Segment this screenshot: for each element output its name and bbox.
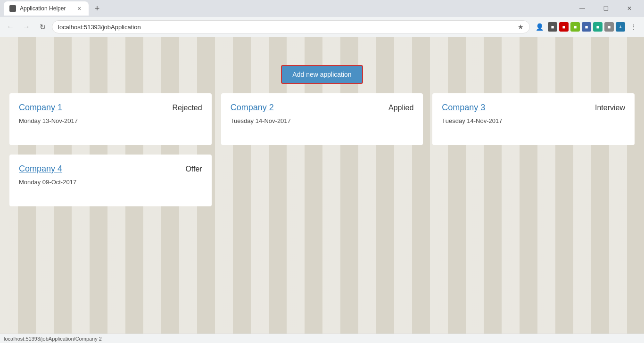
reload-button[interactable]: ↻ <box>36 20 49 33</box>
add-new-application-button[interactable]: Add new application <box>281 65 363 84</box>
extension-5-icon[interactable]: ■ <box>593 22 603 32</box>
company-name-1[interactable]: Company 1 <box>19 103 62 113</box>
company-status-4: Offer <box>185 165 202 173</box>
company-date-4: Monday 09-Oct-2017 <box>19 179 202 186</box>
back-button[interactable]: ← <box>4 20 17 33</box>
url-bar[interactable]: localhost:51393/jobApplication ★ <box>52 20 530 33</box>
title-bar: Application Helper × + — ❑ ✕ <box>0 0 644 17</box>
extension-2-icon[interactable]: ■ <box>559 22 569 32</box>
company-status-1: Rejected <box>173 104 202 112</box>
close-button[interactable]: ✕ <box>619 2 640 15</box>
card-top-3: Company 3 Interview <box>442 103 625 113</box>
add-button-row: Add new application <box>9 46 635 84</box>
card-top-1: Company 1 Rejected <box>19 103 202 113</box>
forward-button[interactable]: → <box>20 20 33 33</box>
extension-1-icon[interactable]: ■ <box>548 22 557 32</box>
company-date-2: Tuesday 14-Nov-2017 <box>231 117 414 124</box>
company-date-3: Tuesday 14-Nov-2017 <box>442 117 625 124</box>
application-card-3[interactable]: Company 3 Interview Tuesday 14-Nov-2017 <box>432 93 635 145</box>
extension-4-icon[interactable]: ■ <box>582 22 591 32</box>
status-bar: localhost:51393/jobApplication/Company 2 <box>0 334 644 343</box>
minimize-button[interactable]: — <box>571 2 593 15</box>
account-icon[interactable]: 👤 <box>533 20 546 33</box>
menu-icon[interactable]: ⋮ <box>627 20 640 33</box>
company-name-2[interactable]: Company 2 <box>231 103 274 113</box>
browser-tab[interactable]: Application Helper × <box>4 1 89 16</box>
bookmark-icon[interactable]: ★ <box>518 23 524 31</box>
company-status-2: Applied <box>388 104 413 112</box>
page-background: Add new application Company 1 Rejected M… <box>0 37 644 334</box>
application-card-2[interactable]: Company 2 Applied Tuesday 14-Nov-2017 <box>221 93 423 145</box>
cards-grid: Company 1 Rejected Monday 13-Nov-2017 Co… <box>9 93 635 206</box>
extension-6-icon[interactable]: ■ <box>604 22 614 32</box>
page-content: Add new application Company 1 Rejected M… <box>0 37 644 334</box>
address-bar: ← → ↻ localhost:51393/jobApplication ★ 👤… <box>0 17 644 37</box>
company-status-3: Interview <box>595 104 625 112</box>
window-controls: — ❑ ✕ <box>571 2 640 15</box>
url-text: localhost:51393/jobApplication <box>58 24 514 31</box>
company-date-1: Monday 13-Nov-2017 <box>19 117 202 124</box>
tab-favicon <box>9 5 16 12</box>
maximize-button[interactable]: ❑ <box>595 2 617 15</box>
application-card-1[interactable]: Company 1 Rejected Monday 13-Nov-2017 <box>9 93 212 145</box>
company-name-3[interactable]: Company 3 <box>442 103 485 113</box>
tab-close-button[interactable]: × <box>75 5 83 12</box>
tab-title: Application Helper <box>20 5 72 12</box>
card-top-4: Company 4 Offer <box>19 164 202 174</box>
extension-3-icon[interactable]: ■ <box>570 22 580 32</box>
extension-7-icon[interactable]: + <box>616 22 625 32</box>
card-top-2: Company 2 Applied <box>231 103 414 113</box>
status-url: localhost:51393/jobApplication/Company 2 <box>4 336 102 342</box>
new-tab-button[interactable]: + <box>91 2 104 15</box>
browser-window: Application Helper × + — ❑ ✕ ← → ↻ local… <box>0 0 644 343</box>
toolbar-icons: 👤 ■ ■ ■ ■ ■ ■ + ⋮ <box>533 20 640 33</box>
company-name-4[interactable]: Company 4 <box>19 164 62 174</box>
application-card-4[interactable]: Company 4 Offer Monday 09-Oct-2017 <box>9 155 212 206</box>
